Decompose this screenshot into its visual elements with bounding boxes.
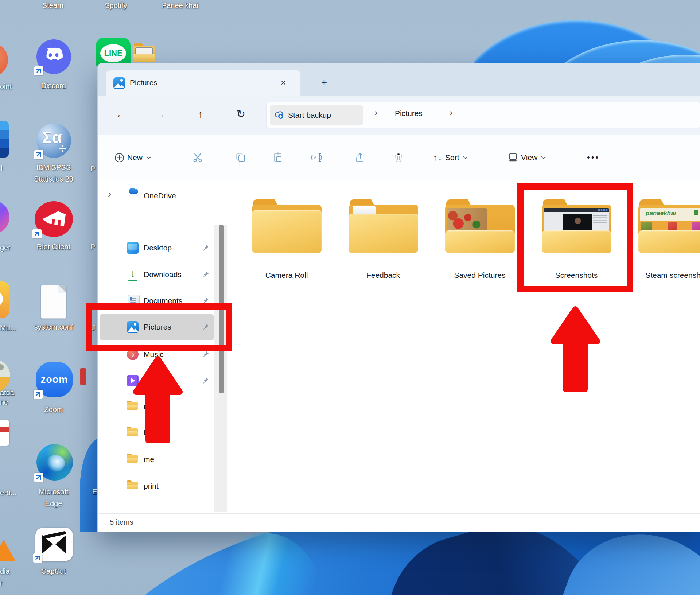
- photo-app-icon[interactable]: [0, 359, 10, 393]
- up-button[interactable]: ↑: [192, 106, 209, 122]
- chevron-right-icon[interactable]: ›: [108, 188, 111, 200]
- desktop-icon-label-edge[interactable]: Microsoft: [39, 488, 68, 496]
- folder-icon: [251, 199, 322, 254]
- desktop-icon-label-zoom[interactable]: Zoom: [44, 405, 63, 414]
- desktop-icon-label-steam[interactable]: Steam: [42, 1, 63, 10]
- desktop-icon-label-fragment[interactable]: ger: [0, 244, 11, 252]
- new-tab-button[interactable]: +: [318, 76, 331, 89]
- red-document-icon[interactable]: [0, 420, 9, 446]
- view-button[interactable]: View: [508, 147, 545, 168]
- desktop-icon-label-fragment[interactable]: E: [92, 488, 97, 496]
- tab-pictures[interactable]: Pictures ×: [106, 70, 300, 96]
- desktop-icon-label-fragment[interactable]: l: [1, 164, 2, 172]
- zoom-icon-text: zoom: [41, 374, 68, 385]
- desktop-icon-label-fragment[interactable]: ne: [0, 398, 8, 407]
- status-bar-divider: [149, 517, 149, 529]
- file-explorer-window: Pictures × + ← → ↑ ↻: [97, 63, 700, 532]
- word-icon[interactable]: [0, 121, 9, 158]
- desktop-icon-label-fragment[interactable]: Mu...: [0, 324, 16, 332]
- share-button[interactable]: [355, 147, 366, 168]
- sidebar-item-label: Downloads: [144, 270, 182, 279]
- line-icon-text: LINE: [104, 48, 122, 58]
- zoom-icon[interactable]: zoom: [36, 362, 73, 397]
- vlc-icon[interactable]: [0, 540, 15, 561]
- shortcut-arrow-icon: [34, 66, 43, 75]
- sort-button[interactable]: ↑ ↓ Sort: [433, 147, 467, 168]
- copy-button[interactable]: [235, 147, 246, 168]
- sidebar-item-downloads[interactable]: ↓ Downloads: [98, 264, 214, 285]
- new-button[interactable]: New: [114, 147, 150, 168]
- sidebar-item-label: OneDrive: [144, 191, 176, 200]
- navigation-bar: ← → ↑ ↻ Start backup › Pictures ›: [98, 96, 700, 135]
- riot-client-icon[interactable]: [35, 201, 73, 237]
- tab-close-icon[interactable]: ×: [277, 76, 290, 89]
- pin-icon: [202, 271, 209, 280]
- onedrive-cloud-icon: [127, 191, 139, 202]
- sidebar-item-label: print: [144, 482, 159, 490]
- shortcut-arrow-icon: [34, 390, 43, 399]
- sort-button-label: Sort: [445, 153, 459, 162]
- delete-button[interactable]: [393, 147, 404, 168]
- desktop-icon-label-spss-2[interactable]: Statistics 23: [34, 175, 73, 183]
- desktop-icon-label-discord[interactable]: Discord: [41, 82, 66, 90]
- ibm-spss-icon[interactable]: Σα ÷: [36, 123, 71, 158]
- shortcut-arrow-icon: [33, 553, 42, 563]
- pictures-tab-icon: [113, 77, 125, 89]
- desktop-icon-label-riot[interactable]: Riot Client: [37, 243, 70, 251]
- desktop-icon-label-edge-2[interactable]: Edge: [45, 499, 62, 508]
- desktop-icon-label-spss[interactable]: IBM SPSS: [36, 163, 71, 172]
- sidebar-item-onedrive[interactable]: › OneDrive: [98, 186, 214, 206]
- paste-button[interactable]: [273, 147, 284, 168]
- discord-icon[interactable]: [36, 39, 71, 74]
- rename-icon: A: [311, 152, 323, 163]
- desktop-icon-label-capcut[interactable]: CapCut: [41, 567, 66, 576]
- chevron-down-icon: [147, 155, 151, 159]
- shortcut-arrow-icon: [34, 150, 43, 159]
- rename-button[interactable]: A: [311, 147, 323, 168]
- trash-icon: [393, 152, 404, 163]
- desktop-icon-label-system-conf[interactable]: system.conf: [34, 323, 73, 331]
- wallpaper-bloom-top: [474, 15, 700, 63]
- folder-icon: [127, 480, 139, 492]
- refresh-button[interactable]: ↻: [233, 106, 249, 122]
- desktop-icon-label-fragment[interactable]: r: [0, 579, 3, 587]
- annotation-box-pictures-sidebar: [86, 303, 232, 351]
- system-conf-file-icon[interactable]: [41, 285, 66, 319]
- sort-arrows-icon: ↑: [433, 153, 438, 163]
- desktop-icon-label-fragment[interactable]: dia: [0, 567, 10, 576]
- breadcrumb-pictures[interactable]: Pictures: [395, 109, 423, 118]
- desktop-icon-label-spotify[interactable]: Spotify: [105, 1, 127, 10]
- desktop-icon-label-fragment[interactable]: atda: [0, 389, 14, 397]
- partial-desktop-icon[interactable]: [80, 368, 86, 385]
- desktop-icon-label-fragment[interactable]: P: [90, 165, 95, 173]
- music-app-icon[interactable]: [0, 281, 9, 318]
- desktop-icon-label-fragment[interactable]: e-o...: [0, 489, 17, 497]
- desktop-icon: [127, 242, 139, 254]
- microsoft-edge-icon[interactable]: [36, 444, 73, 481]
- start-backup-button[interactable]: Start backup: [270, 105, 363, 125]
- item-count: 5 items: [110, 518, 133, 526]
- view-button-label: View: [521, 153, 537, 162]
- forward-button[interactable]: →: [152, 106, 168, 122]
- desktop-folder-icon[interactable]: [133, 43, 155, 63]
- start-backup-label: Start backup: [288, 111, 331, 120]
- capcut-icon[interactable]: [35, 528, 73, 561]
- sidebar-item-folder[interactable]: me: [98, 449, 214, 470]
- back-button[interactable]: ←: [113, 106, 129, 122]
- messenger-icon[interactable]: [0, 201, 9, 234]
- see-more-button[interactable]: •••: [587, 147, 600, 168]
- desktop-icon-label-panee-khai[interactable]: Panee khai: [162, 1, 198, 10]
- paste-icon: [273, 152, 284, 163]
- address-bar[interactable]: Start backup › Pictures ›: [267, 102, 700, 128]
- shortcut-arrow-icon: [32, 229, 42, 238]
- sidebar-item-desktop[interactable]: Desktop: [98, 238, 214, 258]
- sidebar-item-folder[interactable]: print: [98, 476, 214, 496]
- chevron-down-icon: [541, 155, 546, 159]
- sidebar-item-label: me: [144, 455, 154, 464]
- toolbar-divider: [180, 147, 180, 168]
- desktop-icon-label-fragment[interactable]: oint: [0, 82, 12, 91]
- cut-button[interactable]: [192, 147, 203, 168]
- annotation-arrow-to-pictures: [132, 355, 183, 444]
- powerpoint-icon[interactable]: [0, 43, 8, 77]
- desktop-icon-label-fragment[interactable]: P: [90, 243, 95, 251]
